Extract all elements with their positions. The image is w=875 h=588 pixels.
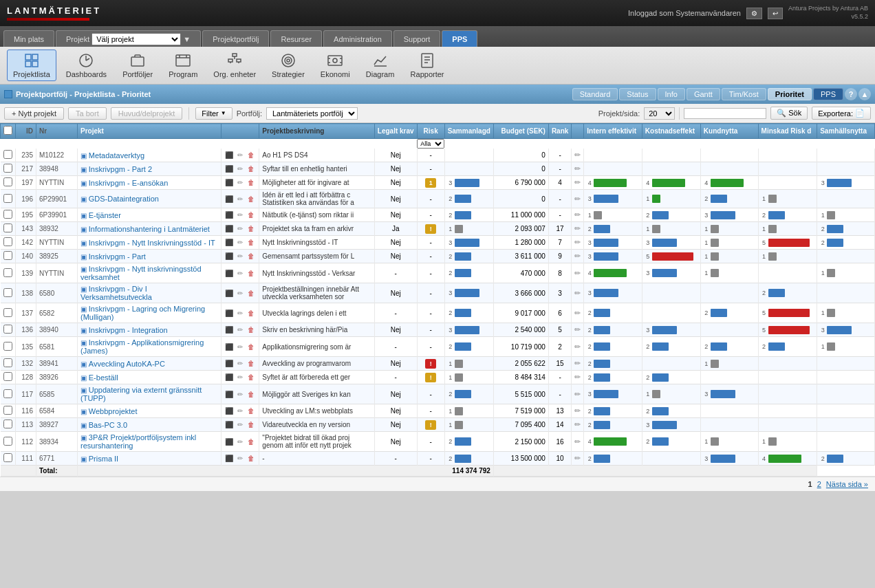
select-all-checkbox[interactable] <box>3 126 12 135</box>
tab-tim-kost[interactable]: Tim/Kost <box>722 88 766 100</box>
toolbar-program[interactable]: Program <box>162 50 204 81</box>
row-checkbox-cell[interactable] <box>1 432 16 452</box>
toolbar-org-enheter[interactable]: Org. enheter <box>207 50 262 81</box>
row-checkbox[interactable] <box>3 177 12 186</box>
row-checkbox[interactable] <box>3 224 12 232</box>
row-checkbox[interactable] <box>3 308 12 317</box>
row-checkbox-cell[interactable] <box>1 371 16 384</box>
row-rank-edit[interactable]: ✏ <box>572 176 584 190</box>
edit-icon[interactable]: ✏ <box>235 224 245 234</box>
delete-icon[interactable]: 🗑 <box>246 437 256 446</box>
rank-edit-icon[interactable]: ✏ <box>574 390 581 398</box>
tab-min-plats[interactable]: Min plats <box>3 30 54 47</box>
view-icon[interactable]: ⬛ <box>224 454 234 464</box>
collapse-icon[interactable]: ▲ <box>858 88 871 100</box>
view-icon[interactable]: ⬛ <box>224 437 234 446</box>
col-kostnadseffekt[interactable]: Kostnadseffekt <box>642 124 700 139</box>
project-link[interactable]: E-tjänster <box>89 211 121 219</box>
rank-edit-icon[interactable]: ✏ <box>574 420 581 428</box>
view-icon[interactable]: ⬛ <box>224 389 234 399</box>
page-1-link[interactable]: 1 <box>808 480 812 488</box>
row-rank-edit[interactable]: ✏ <box>572 371 584 384</box>
row-rank-edit[interactable]: ✏ <box>572 384 584 404</box>
per-page-select[interactable]: 20 50 100 <box>644 107 675 120</box>
delete-icon[interactable]: 🗑 <box>246 420 256 430</box>
delete-icon[interactable]: 🗑 <box>246 224 256 234</box>
col-id[interactable]: ID <box>16 124 36 139</box>
row-checkbox-cell[interactable] <box>1 452 16 466</box>
risk-filter-cell[interactable]: Alla <box>417 139 444 149</box>
row-rank-edit[interactable]: ✏ <box>572 222 584 236</box>
rank-edit-icon[interactable]: ✏ <box>574 454 581 462</box>
next-page-link[interactable]: Nästa sida » <box>826 480 868 488</box>
row-checkbox[interactable] <box>3 288 12 297</box>
row-rank-edit[interactable]: ✏ <box>572 303 584 323</box>
rank-edit-icon[interactable]: ✏ <box>574 269 581 277</box>
tab-info[interactable]: Info <box>658 88 685 100</box>
tab-prioritet[interactable]: Prioritet <box>768 88 812 100</box>
edit-icon[interactable]: ✏ <box>235 373 245 382</box>
view-icon[interactable]: ⬛ <box>224 194 234 204</box>
rank-edit-icon[interactable]: ✏ <box>574 238 581 246</box>
toolbar-portfoljer[interactable]: Portföljer <box>116 50 159 81</box>
projekt-select-dropdown[interactable]: Välj projekt <box>91 33 181 45</box>
edit-icon[interactable]: ✏ <box>235 342 245 351</box>
toolbar-strategier[interactable]: Strategier <box>266 50 311 81</box>
rank-edit-icon[interactable]: ✏ <box>574 406 581 415</box>
project-link[interactable]: Inskrivpgm - Lagring och Migrering (Mull… <box>80 305 205 321</box>
row-checkbox-cell[interactable] <box>1 357 16 371</box>
edit-icon[interactable]: ✏ <box>235 252 245 261</box>
project-link[interactable]: Inskrivpgm - E-ansökan <box>89 179 169 187</box>
project-link[interactable]: Inskrivpgm - Nytt inskrivningsstöd verks… <box>80 265 202 281</box>
delete-icon[interactable]: 🗑 <box>246 288 256 298</box>
project-link[interactable]: 3P&R Projekt/portföljsystem inkl resursh… <box>80 433 196 450</box>
row-checkbox-cell[interactable] <box>1 303 16 323</box>
edit-icon[interactable]: ✏ <box>235 151 245 160</box>
row-rank-edit[interactable]: ✏ <box>572 452 584 466</box>
rank-edit-icon[interactable]: ✏ <box>574 289 581 297</box>
row-checkbox[interactable] <box>3 372 12 381</box>
edit-icon[interactable]: ✏ <box>235 210 245 220</box>
view-icon[interactable]: ⬛ <box>224 359 234 369</box>
edit-icon[interactable]: ✏ <box>235 288 245 298</box>
col-nr[interactable]: Nr <box>36 124 78 139</box>
rank-edit-icon[interactable]: ✏ <box>574 252 581 260</box>
row-checkbox-cell[interactable] <box>1 418 16 432</box>
rank-edit-icon[interactable]: ✏ <box>574 437 581 446</box>
view-icon[interactable]: ⬛ <box>224 342 234 351</box>
toolbar-projektlista[interactable]: Projektlista <box>7 50 56 81</box>
view-icon[interactable]: ⬛ <box>224 151 234 160</box>
edit-icon[interactable]: ✏ <box>235 389 245 399</box>
row-rank-edit[interactable]: ✏ <box>572 404 584 418</box>
tab-projektportfolj[interactable]: Projektportfölj <box>202 30 269 47</box>
edit-icon[interactable]: ✏ <box>235 308 245 318</box>
row-checkbox-cell[interactable] <box>1 149 16 162</box>
row-checkbox[interactable] <box>3 453 12 462</box>
col-rank[interactable]: Rank <box>548 124 571 139</box>
col-budget[interactable]: Budget (SEK) <box>493 124 548 139</box>
delete-icon[interactable]: 🗑 <box>246 238 256 248</box>
row-checkbox-cell[interactable] <box>1 263 16 283</box>
delete-icon[interactable]: 🗑 <box>246 164 256 174</box>
view-icon[interactable]: ⬛ <box>224 308 234 318</box>
tab-gantt[interactable]: Gantt <box>687 88 720 100</box>
huvud-delprojekt-button[interactable]: Huvud/delprojekt <box>111 107 183 120</box>
project-link[interactable]: Inskrivpgm - Integration <box>89 326 168 334</box>
project-link[interactable]: Inskrivpgm - Nytt Inskrivningsstöd - IT <box>89 239 215 247</box>
row-rank-edit[interactable]: ✏ <box>572 323 584 337</box>
search-input[interactable] <box>684 108 766 119</box>
tab-administration[interactable]: Administration <box>323 30 392 47</box>
project-link[interactable]: Prisma II <box>89 455 118 463</box>
delete-icon[interactable]: 🗑 <box>246 325 256 335</box>
project-link[interactable]: Uppdatering via externt gränssnitt (TUPP… <box>80 386 202 402</box>
row-checkbox-cell[interactable] <box>1 404 16 418</box>
row-checkbox[interactable] <box>3 325 12 334</box>
project-link[interactable]: Inskrivpgm - Applikationsmigrering (Jame… <box>80 338 204 355</box>
rank-edit-icon[interactable]: ✏ <box>574 309 581 317</box>
delete-icon[interactable]: 🗑 <box>246 151 256 160</box>
page-2-link[interactable]: 2 <box>817 480 821 488</box>
project-link[interactable]: Webbprojektet <box>89 407 138 415</box>
row-rank-edit[interactable]: ✏ <box>572 357 584 371</box>
row-checkbox[interactable] <box>3 358 12 367</box>
tab-support[interactable]: Support <box>393 30 441 47</box>
